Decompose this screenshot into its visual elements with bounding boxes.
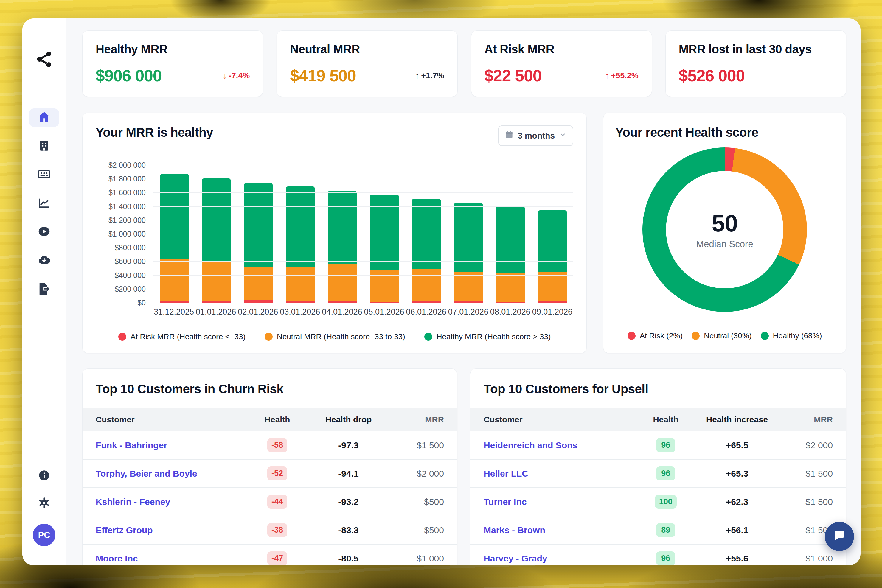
y-tick-label: $1 000 000	[108, 230, 146, 238]
main-content: Healthy MRR$906 000↓-7.4%Neutral MRR$419…	[66, 18, 861, 566]
gear-icon	[38, 496, 51, 510]
y-tick-label: $1 200 000	[108, 216, 146, 224]
customer-link[interactable]: Heller LLC	[484, 468, 528, 478]
y-tick-label: $600 000	[115, 257, 146, 266]
customer-link[interactable]: Funk - Bahringer	[96, 440, 167, 450]
metric-card: Neutral MRR$419 500↑+1.7%	[276, 30, 457, 97]
customer-cell: Harvey - Grady	[470, 554, 636, 564]
bar-segment	[244, 267, 273, 300]
customer-cell: Marks - Brown	[470, 525, 636, 535]
health-cell: 96	[636, 438, 696, 452]
legend-dot	[761, 332, 769, 340]
sidebar-item-customers[interactable]	[29, 166, 59, 184]
health-change-cell: +65.5	[696, 440, 778, 450]
health-change-cell: -93.2	[307, 497, 390, 507]
customer-link[interactable]: Effertz Group	[96, 525, 153, 535]
settings-button[interactable]	[37, 496, 51, 510]
legend-label: Healthy (68%)	[773, 331, 822, 340]
gridline	[153, 275, 573, 276]
health-score-badge: -52	[267, 466, 287, 480]
customer-link[interactable]: Marks - Brown	[484, 525, 545, 535]
gridline	[153, 220, 573, 220]
y-tick-label: $200 000	[115, 285, 146, 293]
plot-area	[153, 165, 573, 303]
x-tick-label: 02.01.2026	[237, 308, 279, 316]
bar-segment	[538, 272, 567, 301]
delta-value: +55.2%	[611, 71, 638, 80]
bar-segment	[328, 300, 357, 303]
bar-segment	[412, 269, 441, 301]
play-circle-icon	[38, 225, 51, 239]
health-score-badge: -38	[267, 523, 287, 537]
user-avatar[interactable]: PC	[33, 524, 56, 546]
health-cell: 96	[636, 466, 696, 480]
churn-table-title: Top 10 Customers in Churn Risk	[83, 369, 457, 408]
metric-card-value: $526 000	[679, 66, 745, 85]
delta-value: -7.4%	[229, 71, 250, 80]
metric-card-value-row: $419 500↑+1.7%	[290, 66, 444, 85]
bar-segment	[244, 183, 273, 267]
legend-dot	[628, 332, 636, 340]
mrr-cell: $1 000	[778, 554, 846, 564]
table-row: Harvey - Grady96+55.6$1 000	[470, 544, 846, 566]
customer-link[interactable]: Moore Inc	[96, 554, 138, 563]
x-tick-label: 03.01.2026	[279, 308, 321, 316]
sidebar-item-companies[interactable]	[29, 137, 59, 156]
customer-cell: Turner Inc	[470, 497, 636, 507]
cloud-download-icon	[37, 253, 51, 268]
health-score-badge: 89	[656, 523, 675, 537]
customer-link[interactable]: Kshlerin - Feeney	[96, 497, 170, 507]
customer-cell: Funk - Bahringer	[83, 440, 247, 450]
table-row: Kshlerin - Feeney-44-93.2$500	[83, 488, 457, 516]
bar-segment	[286, 267, 315, 301]
up-arrow-icon: ↑	[605, 71, 609, 81]
sidebar-item-analytics[interactable]	[29, 194, 59, 213]
column-header: Health increase	[696, 415, 778, 424]
column-header: Health drop	[307, 415, 390, 424]
health-score-badge: 100	[655, 495, 677, 509]
customer-cell: Effertz Group	[83, 525, 247, 535]
x-tick-label: 01.01.2026	[195, 308, 237, 316]
sidebar-item-export[interactable]	[29, 280, 59, 298]
health-score-panel: Your recent Health score 50 Median Score…	[603, 112, 846, 353]
health-change-cell: -94.1	[307, 468, 390, 478]
up-arrow-icon: ↑	[415, 71, 419, 81]
bar-segment	[370, 195, 399, 270]
bar-segment	[160, 174, 189, 260]
health-score-badge: -44	[267, 495, 287, 509]
file-export-icon	[37, 282, 51, 297]
y-tick-label: $0	[137, 298, 146, 307]
customer-link[interactable]: Harvey - Grady	[484, 554, 547, 563]
chat-button[interactable]	[825, 522, 854, 551]
sidebar-item-home[interactable]	[29, 108, 59, 127]
metric-card-title: At Risk MRR	[484, 43, 639, 56]
customer-link[interactable]: Heidenreich and Sons	[484, 440, 577, 450]
table-row: Torphy, Beier and Boyle-52-94.1$2 000	[83, 460, 457, 488]
column-header: Health	[636, 415, 696, 424]
health-cell: -44	[247, 495, 307, 509]
calendar-icon	[505, 130, 514, 141]
info-button[interactable]	[37, 469, 51, 483]
legend-dot	[118, 333, 126, 341]
bar-segment	[328, 190, 357, 264]
sidebar-item-videos[interactable]	[29, 223, 59, 241]
health-score-badge: -47	[267, 551, 287, 566]
table-row: Effertz Group-38-83.3$500	[83, 516, 457, 544]
legend-dot	[424, 333, 432, 341]
upsell-table-title: Top 10 Customers for Upsell	[470, 369, 846, 408]
metric-cards-row: Healthy MRR$906 000↓-7.4%Neutral MRR$419…	[82, 30, 846, 97]
customer-link[interactable]: Torphy, Beier and Boyle	[96, 468, 197, 478]
table-row: Moore Inc-47-80.5$1 000	[83, 544, 457, 566]
legend-dot	[264, 333, 273, 341]
health-cell: -47	[247, 551, 307, 566]
charts-row: Your MRR is healthy 3 months	[82, 112, 846, 353]
customer-link[interactable]: Turner Inc	[484, 497, 526, 507]
legend-label: At Risk MRR (Health score < -33)	[131, 332, 245, 341]
x-tick-label: 31.12.2025	[153, 308, 195, 316]
sidebar-item-import[interactable]	[29, 251, 59, 270]
period-dropdown[interactable]: 3 months	[498, 125, 573, 146]
mrr-cell: $1 000	[390, 554, 457, 564]
chat-bubble-icon	[832, 529, 846, 544]
gridline	[153, 206, 573, 207]
delta-value: +1.7%	[421, 71, 444, 80]
